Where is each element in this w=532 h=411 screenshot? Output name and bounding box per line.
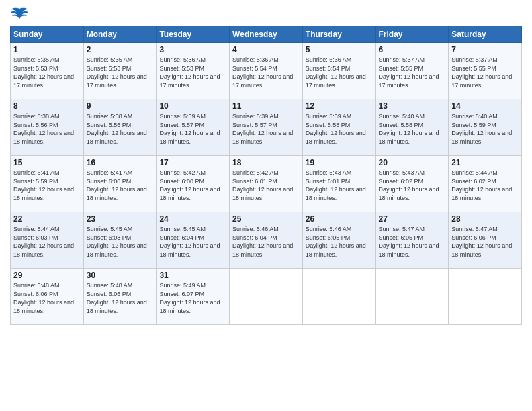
day-number: 31 — [159, 271, 226, 280]
day-number: 18 — [232, 158, 300, 167]
calendar-cell: 21Sunrise: 5:44 AMSunset: 6:02 PMDayligh… — [449, 156, 522, 212]
calendar-cell: 18Sunrise: 5:42 AMSunset: 6:01 PMDayligh… — [230, 156, 303, 212]
calendar-cell: 10Sunrise: 5:39 AMSunset: 5:57 PMDayligh… — [157, 99, 230, 156]
day-number: 11 — [232, 101, 300, 111]
day-number: 25 — [232, 214, 300, 224]
cell-content: Sunrise: 5:45 AMSunset: 6:03 PMDaylight:… — [87, 225, 154, 259]
cell-content: Sunrise: 5:47 AMSunset: 6:06 PMDaylight:… — [451, 225, 519, 259]
calendar-cell: 6Sunrise: 5:37 AMSunset: 5:55 PMDaylight… — [375, 43, 449, 99]
cell-content: Sunrise: 5:39 AMSunset: 5:57 PMDaylight:… — [232, 112, 300, 146]
day-number: 6 — [379, 45, 446, 54]
day-number: 24 — [159, 214, 226, 224]
cell-content: Sunrise: 5:47 AMSunset: 6:05 PMDaylight:… — [379, 225, 446, 259]
day-number: 30 — [87, 271, 154, 280]
weekday-header-row: SundayMondayTuesdayWednesdayThursdayFrid… — [11, 26, 522, 43]
day-number: 20 — [379, 158, 446, 167]
calendar-cell: 24Sunrise: 5:45 AMSunset: 6:04 PMDayligh… — [157, 212, 230, 269]
cell-content: Sunrise: 5:42 AMSunset: 6:00 PMDaylight:… — [159, 169, 226, 202]
cell-content: Sunrise: 5:36 AMSunset: 5:54 PMDaylight:… — [232, 56, 300, 89]
cell-content: Sunrise: 5:48 AMSunset: 6:06 PMDaylight:… — [87, 281, 154, 315]
weekday-header-sunday: Sunday — [11, 26, 84, 43]
logo-bird-icon — [10, 7, 29, 21]
calendar-cell: 9Sunrise: 5:38 AMSunset: 5:56 PMDaylight… — [83, 99, 157, 156]
calendar-cell: 16Sunrise: 5:41 AMSunset: 6:00 PMDayligh… — [83, 156, 157, 212]
day-number: 2 — [87, 45, 154, 54]
day-number: 1 — [13, 45, 81, 54]
day-number: 12 — [306, 101, 373, 111]
cell-content: Sunrise: 5:44 AMSunset: 6:03 PMDaylight:… — [13, 225, 81, 259]
week-row-2: 8Sunrise: 5:38 AMSunset: 5:56 PMDaylight… — [11, 99, 522, 156]
day-number: 19 — [306, 158, 373, 167]
cell-content: Sunrise: 5:49 AMSunset: 6:07 PMDaylight:… — [159, 281, 226, 315]
weekday-header-friday: Friday — [375, 26, 449, 43]
calendar-cell — [449, 269, 522, 325]
cell-content: Sunrise: 5:38 AMSunset: 5:56 PMDaylight:… — [87, 112, 154, 146]
cell-content: Sunrise: 5:46 AMSunset: 6:04 PMDaylight:… — [232, 225, 300, 259]
day-number: 14 — [451, 101, 519, 111]
calendar-table: SundayMondayTuesdayWednesdayThursdayFrid… — [10, 26, 522, 325]
cell-content: Sunrise: 5:46 AMSunset: 6:05 PMDaylight:… — [306, 225, 373, 259]
calendar-cell: 17Sunrise: 5:42 AMSunset: 6:00 PMDayligh… — [157, 156, 230, 212]
cell-content: Sunrise: 5:36 AMSunset: 5:53 PMDaylight:… — [159, 56, 226, 89]
calendar-cell — [375, 269, 449, 325]
cell-content: Sunrise: 5:43 AMSunset: 6:02 PMDaylight:… — [379, 169, 446, 202]
week-row-4: 22Sunrise: 5:44 AMSunset: 6:03 PMDayligh… — [11, 212, 522, 269]
day-number: 13 — [379, 101, 446, 111]
calendar-cell: 8Sunrise: 5:38 AMSunset: 5:56 PMDaylight… — [11, 99, 84, 156]
day-number: 17 — [159, 158, 226, 167]
calendar-cell: 13Sunrise: 5:40 AMSunset: 5:58 PMDayligh… — [375, 99, 449, 156]
day-number: 26 — [306, 214, 373, 224]
day-number: 16 — [87, 158, 154, 167]
day-number: 22 — [13, 214, 81, 224]
cell-content: Sunrise: 5:41 AMSunset: 6:00 PMDaylight:… — [87, 169, 154, 202]
calendar-cell: 4Sunrise: 5:36 AMSunset: 5:54 PMDaylight… — [230, 43, 303, 99]
calendar-cell: 31Sunrise: 5:49 AMSunset: 6:07 PMDayligh… — [157, 269, 230, 325]
week-row-1: 1Sunrise: 5:35 AMSunset: 5:53 PMDaylight… — [11, 43, 522, 99]
calendar-cell: 28Sunrise: 5:47 AMSunset: 6:06 PMDayligh… — [449, 212, 522, 269]
cell-content: Sunrise: 5:43 AMSunset: 6:01 PMDaylight:… — [306, 169, 373, 202]
cell-content: Sunrise: 5:44 AMSunset: 6:02 PMDaylight:… — [451, 169, 519, 202]
calendar-cell: 23Sunrise: 5:45 AMSunset: 6:03 PMDayligh… — [83, 212, 157, 269]
day-number: 10 — [159, 101, 226, 111]
weekday-header-saturday: Saturday — [449, 26, 522, 43]
calendar-cell: 22Sunrise: 5:44 AMSunset: 6:03 PMDayligh… — [11, 212, 84, 269]
header — [10, 7, 522, 21]
calendar-cell: 19Sunrise: 5:43 AMSunset: 6:01 PMDayligh… — [302, 156, 375, 212]
day-number: 21 — [451, 158, 519, 167]
calendar-cell: 29Sunrise: 5:48 AMSunset: 6:06 PMDayligh… — [11, 269, 84, 325]
day-number: 3 — [159, 45, 226, 54]
calendar-cell: 25Sunrise: 5:46 AMSunset: 6:04 PMDayligh… — [230, 212, 303, 269]
cell-content: Sunrise: 5:37 AMSunset: 5:55 PMDaylight:… — [451, 56, 519, 89]
day-number: 5 — [306, 45, 373, 54]
cell-content: Sunrise: 5:39 AMSunset: 5:58 PMDaylight:… — [306, 112, 373, 146]
cell-content: Sunrise: 5:40 AMSunset: 5:59 PMDaylight:… — [451, 112, 519, 146]
week-row-3: 15Sunrise: 5:41 AMSunset: 5:59 PMDayligh… — [11, 156, 522, 212]
cell-content: Sunrise: 5:40 AMSunset: 5:58 PMDaylight:… — [379, 112, 446, 146]
cell-content: Sunrise: 5:37 AMSunset: 5:55 PMDaylight:… — [379, 56, 446, 89]
calendar-cell — [230, 269, 303, 325]
day-number: 8 — [13, 101, 81, 111]
page: SundayMondayTuesdayWednesdayThursdayFrid… — [0, 0, 532, 411]
day-number: 23 — [87, 214, 154, 224]
calendar-cell: 27Sunrise: 5:47 AMSunset: 6:05 PMDayligh… — [375, 212, 449, 269]
cell-content: Sunrise: 5:45 AMSunset: 6:04 PMDaylight:… — [159, 225, 226, 259]
cell-content: Sunrise: 5:35 AMSunset: 5:53 PMDaylight:… — [13, 56, 81, 89]
week-row-5: 29Sunrise: 5:48 AMSunset: 6:06 PMDayligh… — [11, 269, 522, 325]
calendar-cell: 3Sunrise: 5:36 AMSunset: 5:53 PMDaylight… — [157, 43, 230, 99]
calendar-cell: 11Sunrise: 5:39 AMSunset: 5:57 PMDayligh… — [230, 99, 303, 156]
calendar-cell: 12Sunrise: 5:39 AMSunset: 5:58 PMDayligh… — [302, 99, 375, 156]
weekday-header-thursday: Thursday — [302, 26, 375, 43]
cell-content: Sunrise: 5:38 AMSunset: 5:56 PMDaylight:… — [13, 112, 81, 146]
weekday-header-monday: Monday — [83, 26, 157, 43]
logo — [10, 7, 32, 21]
cell-content: Sunrise: 5:42 AMSunset: 6:01 PMDaylight:… — [232, 169, 300, 202]
calendar-cell: 1Sunrise: 5:35 AMSunset: 5:53 PMDaylight… — [11, 43, 84, 99]
calendar-cell: 7Sunrise: 5:37 AMSunset: 5:55 PMDaylight… — [449, 43, 522, 99]
day-number: 4 — [232, 45, 300, 54]
calendar-cell: 5Sunrise: 5:36 AMSunset: 5:54 PMDaylight… — [302, 43, 375, 99]
calendar-cell: 20Sunrise: 5:43 AMSunset: 6:02 PMDayligh… — [375, 156, 449, 212]
calendar-cell: 26Sunrise: 5:46 AMSunset: 6:05 PMDayligh… — [302, 212, 375, 269]
calendar-cell: 30Sunrise: 5:48 AMSunset: 6:06 PMDayligh… — [83, 269, 157, 325]
calendar-cell: 15Sunrise: 5:41 AMSunset: 5:59 PMDayligh… — [11, 156, 84, 212]
cell-content: Sunrise: 5:36 AMSunset: 5:54 PMDaylight:… — [306, 56, 373, 89]
